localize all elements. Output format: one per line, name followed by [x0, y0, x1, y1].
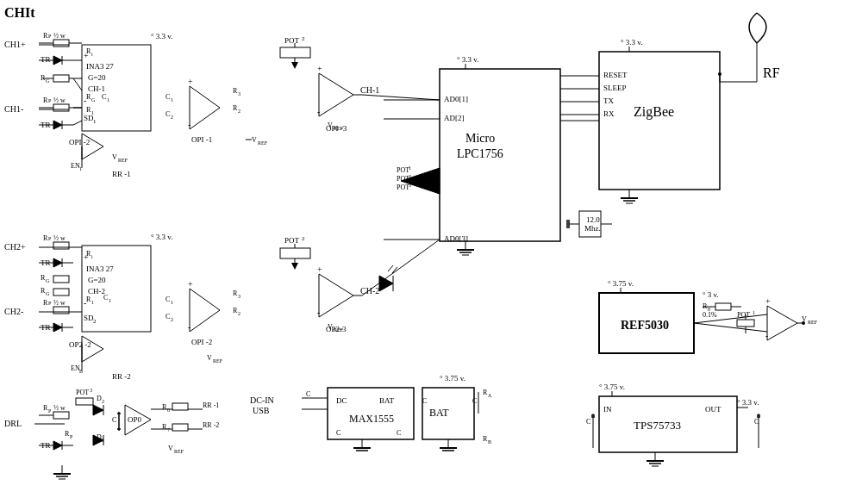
svg-text:A: A [488, 393, 492, 398]
svg-text:POT: POT [76, 389, 89, 396]
svg-text:OPI -2: OPI -2 [69, 138, 90, 146]
svg-text:+: + [765, 296, 771, 306]
svg-text:° 3.3 v.: ° 3.3 v. [457, 55, 479, 64]
svg-text:-: - [317, 308, 320, 317]
svg-text:12.0: 12.0 [586, 215, 600, 224]
svg-text:2: 2 [238, 311, 240, 316]
svg-text:1: 1 [93, 118, 97, 125]
svg-text:1: 1 [91, 110, 94, 115]
svg-text:1: 1 [91, 300, 94, 305]
svg-text:DC-IN: DC-IN [250, 395, 274, 405]
svg-text:C: C [166, 296, 170, 303]
svg-text:RR -1: RR -1 [203, 401, 219, 409]
svg-text:1: 1 [171, 300, 173, 305]
svg-text:° 3.3 v.: ° 3.3 v. [151, 32, 173, 40]
svg-text:-: - [188, 120, 191, 129]
svg-text:+: + [317, 64, 322, 73]
svg-text:SLEEP: SLEEP [603, 84, 627, 92]
svg-text:CH-2: CH-2 [360, 286, 379, 296]
svg-point-131 [718, 72, 721, 76]
svg-text:G: G [46, 291, 50, 296]
svg-text:G=20: G=20 [88, 276, 106, 284]
svg-text:V: V [328, 323, 333, 331]
svg-text:C: C [336, 429, 340, 437]
svg-text:BAT: BAT [379, 396, 395, 405]
svg-text:AD[2]: AD[2] [444, 114, 465, 122]
svg-text:2: 2 [302, 235, 305, 242]
svg-text:DC: DC [336, 396, 347, 405]
svg-text:C: C [112, 416, 116, 424]
svg-text:V: V [168, 445, 173, 452]
svg-text:1: 1 [109, 298, 111, 303]
svg-text:RR -1: RR -1 [112, 170, 131, 178]
svg-text:° 3.75 v.: ° 3.75 v. [599, 383, 625, 391]
svg-text:G: G [91, 97, 96, 103]
svg-text:AD0[1]: AD0[1] [444, 95, 468, 103]
svg-text:OPI -2: OPI -2 [191, 338, 212, 346]
svg-text:REF: REF [213, 358, 223, 364]
svg-text:POT: POT [284, 36, 300, 45]
svg-text:C: C [397, 429, 401, 437]
svg-text:V: V [112, 153, 117, 161]
svg-text:G: G [46, 278, 50, 283]
svg-text:OP2 -2: OP2 -2 [69, 340, 91, 349]
svg-text:RR -2: RR -2 [203, 421, 219, 429]
svg-text:V: V [328, 121, 333, 129]
svg-point-317 [802, 321, 805, 325]
svg-text:° 3.3 v.: ° 3.3 v. [151, 233, 173, 241]
svg-text:AD0[3]: AD0[3] [444, 234, 468, 243]
svg-text:INA3 27: INA3 27 [86, 264, 114, 273]
svg-text:REF: REF [808, 320, 818, 325]
svg-text:RESET: RESET [603, 71, 628, 79]
svg-text:C: C [422, 397, 427, 405]
svg-text:INA3 27: INA3 27 [86, 62, 114, 71]
svg-text:TX: TX [603, 96, 614, 105]
svg-text:C: C [166, 93, 170, 101]
svg-text:Micro: Micro [465, 132, 495, 145]
svg-text:TPS75733: TPS75733 [634, 419, 681, 432]
svg-text:° 3.3 v.: ° 3.3 v. [621, 38, 643, 47]
svg-text:° 3 v.: ° 3 v. [703, 290, 719, 299]
svg-text:+: + [317, 264, 322, 274]
svg-text:½ w: ½ w [53, 32, 66, 40]
svg-text:C: C [166, 110, 170, 118]
svg-text:V: V [252, 136, 257, 144]
svg-text:½ w: ½ w [53, 96, 66, 104]
svg-text:½ w: ½ w [53, 299, 66, 307]
svg-text:+: + [188, 279, 193, 289]
svg-text:° 3.3 v.: ° 3.3 v. [737, 398, 759, 407]
svg-text:LPC1756: LPC1756 [457, 147, 503, 160]
svg-text:-: - [765, 331, 768, 340]
svg-text:3: 3 [238, 294, 240, 299]
svg-text:-: - [188, 322, 191, 332]
svg-text:IN: IN [603, 405, 612, 414]
svg-text:2: 2 [238, 109, 240, 114]
svg-text:OUT: OUT [705, 405, 721, 414]
svg-text:TR: TR [41, 55, 51, 64]
svg-text:3: 3 [90, 388, 92, 393]
svg-text:POT: POT [397, 166, 409, 174]
svg-text:RR -2: RR -2 [112, 372, 131, 381]
svg-text:C: C [586, 418, 590, 426]
svg-text:+: + [188, 77, 193, 86]
svg-text:CH-2: CH-2 [88, 287, 105, 296]
svg-text:RX: RX [603, 109, 615, 118]
svg-text:1: 1 [753, 310, 755, 315]
svg-text:G=20: G=20 [88, 73, 106, 82]
svg-text:CH1+: CH1+ [4, 40, 26, 49]
svg-text:G: G [46, 78, 50, 84]
svg-text:BAT: BAT [429, 407, 449, 419]
svg-text:REF: REF [334, 126, 344, 131]
svg-text:½ w: ½ w [53, 404, 66, 412]
svg-text:POT: POT [397, 184, 409, 191]
svg-text:C: C [306, 390, 310, 398]
svg-text:2: 2 [93, 318, 97, 325]
svg-text:2: 2 [102, 399, 104, 404]
svg-text:2: 2 [302, 35, 305, 42]
svg-text:C: C [102, 93, 106, 101]
svg-text:0.1%: 0.1% [703, 311, 717, 319]
svg-text:7: 7 [167, 427, 170, 432]
svg-text:C: C [472, 397, 477, 405]
svg-text:CH-1: CH-1 [88, 84, 105, 93]
schematic-diagram: CHIt CH1+ R P ½ w TR R G CH1- R P ½ w TR… [0, 0, 862, 504]
